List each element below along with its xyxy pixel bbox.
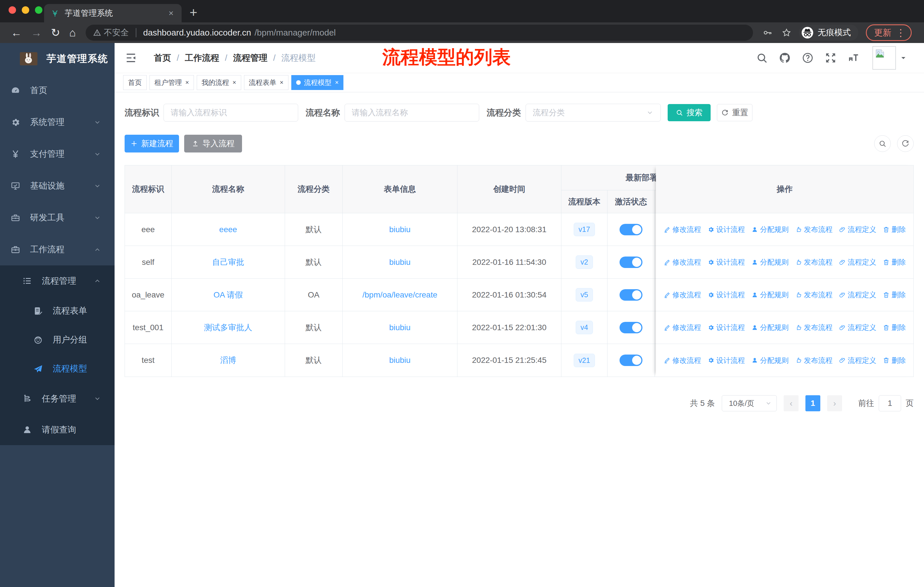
action-delete-link[interactable]: 删除 — [883, 323, 906, 332]
tag-0[interactable]: 首页 — [123, 75, 147, 90]
help-icon[interactable] — [802, 52, 814, 64]
sidebar-item-7[interactable]: 流程表单 — [0, 296, 115, 325]
form-info-link[interactable]: biubiu — [389, 356, 411, 365]
action-delete-link[interactable]: 删除 — [883, 356, 906, 365]
sidebar-item-9[interactable]: 流程模型 — [0, 354, 115, 383]
goto-page-input[interactable] — [879, 395, 901, 411]
sidebar-item-10[interactable]: 任务管理 — [0, 383, 115, 414]
sidebar-item-1[interactable]: 系统管理 — [0, 106, 115, 138]
collapse-sidebar-icon[interactable] — [125, 51, 137, 64]
action-deploy-link[interactable]: 发布流程 — [795, 225, 833, 234]
sidebar-item-11[interactable]: 请假查询 — [0, 414, 115, 445]
sidebar-item-4[interactable]: 研发工具 — [0, 202, 115, 233]
close-icon[interactable]: × — [185, 79, 189, 86]
process-id-input[interactable] — [163, 104, 298, 122]
action-deploy-link[interactable]: 发布流程 — [795, 290, 833, 299]
page-size-select[interactable]: 10条/页 — [722, 395, 777, 411]
close-icon[interactable]: × — [233, 79, 236, 86]
category-select[interactable]: 流程分类 — [526, 104, 661, 122]
action-deploy-link[interactable]: 发布流程 — [795, 356, 833, 365]
action-assign-rule-link[interactable]: 分配规则 — [751, 225, 789, 234]
active-toggle[interactable] — [620, 224, 642, 235]
tag-4[interactable]: 流程模型× — [291, 75, 344, 90]
prev-page-button[interactable]: ‹ — [784, 395, 799, 411]
action-assign-rule-link[interactable]: 分配规则 — [751, 257, 789, 267]
refresh-table-icon[interactable] — [897, 135, 914, 152]
action-assign-rule-link[interactable]: 分配规则 — [751, 356, 789, 365]
browser-menu-icon[interactable]: ⋮ — [896, 27, 906, 38]
avatar[interactable] — [873, 46, 896, 69]
close-icon[interactable]: × — [280, 79, 284, 86]
active-toggle[interactable] — [620, 289, 642, 301]
back-icon[interactable]: ← — [11, 26, 22, 39]
process-name-link[interactable]: eeee — [219, 225, 237, 234]
tag-3[interactable]: 流程表单× — [244, 75, 289, 90]
form-info-link[interactable]: biubiu — [389, 258, 411, 267]
create-process-button[interactable]: 新建流程 — [125, 135, 179, 152]
action-delete-link[interactable]: 删除 — [883, 290, 906, 299]
action-delete-link[interactable]: 删除 — [883, 225, 906, 234]
action-design-link[interactable]: 设计流程 — [708, 290, 745, 299]
form-info-link[interactable]: /bpm/oa/leave/create — [362, 290, 437, 299]
font-size-icon[interactable] — [848, 52, 860, 64]
action-design-link[interactable]: 设计流程 — [708, 356, 745, 365]
sidebar-item-0[interactable]: 首页 — [0, 74, 115, 106]
window-controls[interactable] — [8, 6, 42, 14]
action-definition-link[interactable]: 流程定义 — [839, 225, 876, 234]
action-definition-link[interactable]: 流程定义 — [839, 290, 876, 299]
next-page-button[interactable]: › — [827, 395, 842, 411]
action-modify-link[interactable]: 修改流程 — [663, 225, 701, 234]
avatar-caret-icon[interactable] — [900, 55, 907, 61]
home-icon[interactable]: ⌂ — [69, 26, 76, 39]
close-icon[interactable]: × — [335, 79, 339, 86]
form-info-link[interactable]: biubiu — [389, 323, 411, 332]
action-modify-link[interactable]: 修改流程 — [663, 290, 701, 299]
bookmark-star-icon[interactable] — [782, 28, 791, 38]
form-info-link[interactable]: biubiu — [389, 225, 411, 234]
active-toggle[interactable] — [620, 322, 642, 333]
show-search-icon[interactable] — [874, 135, 891, 152]
minimize-window-button[interactable] — [22, 6, 29, 14]
new-tab-button[interactable]: + — [190, 5, 197, 20]
sidebar-item-2[interactable]: 支付管理 — [0, 138, 115, 170]
chrome-update-button[interactable]: 更新 ⋮ — [866, 24, 912, 41]
action-modify-link[interactable]: 修改流程 — [663, 257, 701, 267]
process-name-link[interactable]: 测试多审批人 — [204, 322, 252, 333]
process-name-input[interactable] — [345, 104, 479, 122]
breadcrumb-process-mgmt[interactable]: 流程管理 — [233, 52, 267, 64]
process-name-link[interactable]: OA 请假 — [213, 289, 243, 300]
search-icon[interactable] — [756, 52, 768, 64]
process-name-link[interactable]: 滔博 — [220, 355, 236, 366]
reload-icon[interactable]: ↻ — [51, 26, 60, 39]
tag-2[interactable]: 我的流程× — [197, 75, 241, 90]
import-process-button[interactable]: 导入流程 — [184, 135, 242, 152]
sidebar-item-5[interactable]: 工作流程 — [0, 233, 115, 265]
action-modify-link[interactable]: 修改流程 — [663, 356, 701, 365]
action-assign-rule-link[interactable]: 分配规则 — [751, 290, 789, 299]
breadcrumb-workflow[interactable]: 工作流程 — [185, 52, 219, 64]
action-assign-rule-link[interactable]: 分配规则 — [751, 323, 789, 332]
forward-icon[interactable]: → — [31, 26, 42, 39]
action-definition-link[interactable]: 流程定义 — [839, 356, 876, 365]
tag-1[interactable]: 租户管理× — [150, 75, 194, 90]
key-icon[interactable] — [763, 28, 772, 38]
app-logo[interactable]: 芋道管理系统 — [0, 43, 115, 74]
zoom-window-button[interactable] — [35, 6, 42, 14]
action-delete-link[interactable]: 删除 — [883, 257, 906, 267]
sidebar-item-8[interactable]: 用户分组 — [0, 325, 115, 354]
github-icon[interactable] — [779, 52, 791, 64]
address-bar[interactable]: 不安全 dashboard.yudao.iocoder.cn/bpm/manag… — [86, 25, 753, 41]
browser-tab[interactable]: 芋道管理系统 × — [44, 4, 182, 22]
close-tab-icon[interactable]: × — [167, 8, 175, 18]
fullscreen-icon[interactable] — [825, 52, 837, 64]
action-design-link[interactable]: 设计流程 — [708, 225, 745, 234]
current-page-button[interactable]: 1 — [805, 395, 820, 411]
action-definition-link[interactable]: 流程定义 — [839, 257, 876, 267]
active-toggle[interactable] — [620, 355, 642, 366]
reset-button[interactable]: 重置 — [717, 104, 752, 121]
action-deploy-link[interactable]: 发布流程 — [795, 323, 833, 332]
breadcrumb-home[interactable]: 首页 — [154, 52, 171, 64]
action-definition-link[interactable]: 流程定义 — [839, 323, 876, 332]
sidebar-item-3[interactable]: 基础设施 — [0, 170, 115, 202]
active-toggle[interactable] — [620, 256, 642, 268]
